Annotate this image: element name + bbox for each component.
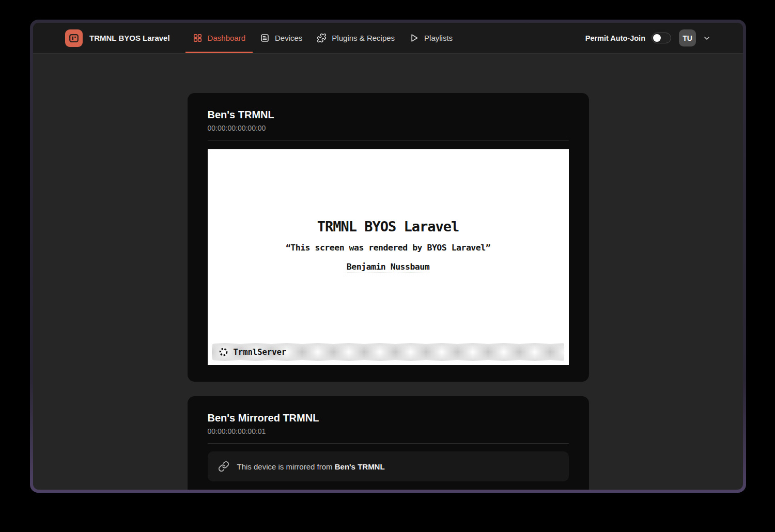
nav-item-label: Playlists bbox=[424, 34, 453, 42]
app-title: TRMNL BYOS Laravel bbox=[89, 34, 170, 42]
user-avatar[interactable]: TU bbox=[679, 29, 696, 46]
permit-auto-join-label: Permit Auto-Join bbox=[585, 34, 645, 42]
main-nav: Dashboard Devices bbox=[185, 23, 460, 53]
device-name: Ben's TRMNL bbox=[208, 108, 569, 121]
link-icon bbox=[218, 461, 229, 472]
permit-auto-join-toggle[interactable] bbox=[652, 33, 671, 43]
device-mac-address: 00:00:00:00:00:00 bbox=[208, 124, 569, 132]
nav-item-playlists[interactable]: Playlists bbox=[402, 23, 460, 53]
screen-status-label: TrmnlServer bbox=[234, 348, 287, 357]
nav-item-plugins-recipes[interactable]: Plugins & Recipes bbox=[309, 23, 402, 53]
screen-title: TRMNL BYOS Laravel bbox=[208, 149, 569, 234]
spinner-icon bbox=[219, 347, 228, 357]
card-divider bbox=[208, 443, 569, 444]
mirror-source-name: Ben's TRMNL bbox=[335, 462, 385, 471]
dashboard-content: Ben's TRMNL 00:00:00:00:00:00 TRMNL BYOS… bbox=[33, 54, 743, 490]
app-window: TRMNL BYOS Laravel Dashboard bbox=[33, 23, 743, 490]
nav-item-label: Plugins & Recipes bbox=[332, 34, 395, 42]
nav-item-label: Dashboard bbox=[208, 34, 245, 42]
mirror-info-box: This device is mirrored from Ben's TRMNL bbox=[208, 451, 569, 481]
brand-link[interactable]: TRMNL BYOS Laravel bbox=[65, 23, 170, 53]
devices-icon bbox=[260, 33, 270, 43]
header-right-controls: Permit Auto-Join TU bbox=[585, 23, 711, 53]
device-card-bens-trmnl: Ben's TRMNL 00:00:00:00:00:00 TRMNL BYOS… bbox=[188, 93, 589, 382]
dashboard-grid-icon bbox=[193, 33, 203, 43]
toggle-knob bbox=[653, 34, 661, 42]
screen-author: Benjamin Nussbaum bbox=[347, 262, 429, 273]
device-name: Ben's Mirrored TRMNL bbox=[208, 412, 569, 424]
device-card-bens-mirrored-trmnl: Ben's Mirrored TRMNL 00:00:00:00:00:01 T… bbox=[188, 396, 589, 490]
app-window-frame: TRMNL BYOS Laravel Dashboard bbox=[30, 20, 746, 493]
puzzle-icon bbox=[317, 33, 327, 43]
nav-item-devices[interactable]: Devices bbox=[253, 23, 309, 53]
nav-item-dashboard[interactable]: Dashboard bbox=[185, 23, 253, 53]
top-navbar: TRMNL BYOS Laravel Dashboard bbox=[33, 23, 743, 54]
mirror-message: This device is mirrored from Ben's TRMNL bbox=[237, 462, 385, 471]
card-divider bbox=[208, 140, 569, 140]
trmnl-logo-icon bbox=[65, 29, 83, 47]
play-icon bbox=[409, 33, 419, 43]
device-mac-address: 00:00:00:00:00:01 bbox=[208, 427, 569, 435]
nav-item-label: Devices bbox=[275, 34, 302, 42]
screen-status-bar: TrmnlServer bbox=[212, 343, 564, 361]
chevron-down-icon[interactable] bbox=[703, 34, 711, 42]
screen-quote: “This screen was rendered by BYOS Larave… bbox=[208, 243, 569, 253]
device-screen-preview: TRMNL BYOS Laravel “This screen was rend… bbox=[208, 149, 569, 365]
